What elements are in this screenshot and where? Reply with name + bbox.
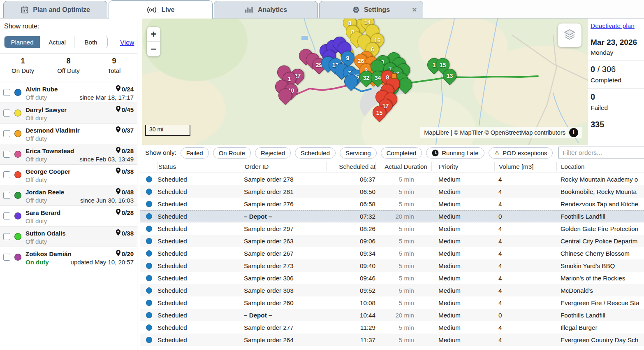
table-row[interactable]: Scheduled– Depot –07:3220 minMedium0Foot… [140, 210, 644, 222]
route-toggle-actual[interactable]: Actual [40, 36, 74, 48]
filter-chip-pod-exceptions[interactable]: ⚠POD exceptions [489, 147, 553, 159]
table-row[interactable]: ScheduledSample order 26309:065 minMediu… [140, 235, 644, 247]
driver-checkbox[interactable] [3, 192, 10, 199]
row-status-dot-cell [140, 213, 158, 219]
map[interactable]: 8148166322927110139325262371932345911513… [142, 19, 588, 145]
driver-progress-value: 0/38 [122, 168, 134, 175]
zoom-out-button[interactable]: − [147, 42, 160, 56]
driver-progress: 0/28 [116, 147, 134, 154]
info-icon[interactable]: i [569, 128, 578, 137]
table-row[interactable]: ScheduledSample order 27309:405 minMediu… [140, 259, 644, 272]
driver-row[interactable]: Sutton Odalis0/38Off duty [0, 226, 137, 247]
cell-actual-duration: 5 min [375, 324, 431, 331]
row-status-dot-cell [140, 201, 158, 207]
status-dot [146, 287, 152, 294]
tab-live[interactable]: Live [109, 0, 213, 19]
cell-order-id: Sample order 278 [244, 176, 326, 183]
cell-volume: 4 [494, 188, 556, 195]
table-row[interactable]: Scheduled– Depot –10:4420 minMedium0Foot… [140, 309, 644, 321]
column-volume[interactable]: Volume [m3] [494, 162, 556, 171]
cell-volume: 4 [494, 176, 556, 183]
driver-name: Darryl Sawyer [25, 106, 67, 113]
cell-actual-duration: 5 min [375, 250, 431, 257]
driver-row[interactable]: Desmond Vladimir0/37Off duty [0, 123, 137, 144]
tab-analytics[interactable]: Analytics [214, 1, 318, 18]
duty-stats: 1On Duty8Off Duty9Total [0, 53, 137, 82]
cell-actual-duration: 5 min [375, 188, 431, 195]
table-row[interactable]: ScheduledSample order 27711:295 minMediu… [140, 321, 644, 334]
table-row[interactable]: ScheduledSample order 30309:525 minMediu… [140, 284, 644, 296]
map-pin-label: 9 [341, 51, 354, 64]
filter-chip-on-route[interactable]: On Route [213, 147, 251, 159]
route-toggle-both[interactable]: Both [74, 36, 107, 48]
table-row[interactable]: ScheduledSample order 27606:585 minMediu… [140, 198, 644, 210]
driver-row[interactable]: Jordan Reele0/48Off dutysince Jun 30, 16… [0, 185, 137, 205]
tab-plan-and-optimize[interactable]: Plan and Optimize [3, 1, 107, 18]
close-tab-icon[interactable]: ✕ [412, 6, 417, 14]
column-status[interactable]: Status [158, 162, 244, 171]
cell-status: Scheduled [158, 324, 244, 331]
cell-scheduled-at: 09:40 [326, 262, 375, 269]
driver-status: On duty [25, 259, 49, 266]
driver-checkbox[interactable] [3, 89, 10, 96]
driver-row[interactable]: Zotikos Damián0/20On dutyupdated May 10,… [0, 247, 137, 267]
table-row[interactable]: ScheduledSample order 26709:345 minMediu… [140, 247, 644, 259]
cell-volume: 4 [494, 299, 556, 306]
filter-chip-scheduled[interactable]: Scheduled [295, 147, 336, 159]
row-status-dot-cell [140, 263, 158, 269]
tab-label: Analytics [258, 6, 287, 14]
route-toggle-planned[interactable]: Planned [5, 36, 40, 48]
completed-value: 0 [591, 65, 595, 74]
depot-square-marker[interactable] [391, 73, 397, 79]
map-layers-button[interactable] [558, 23, 581, 47]
column-order-id[interactable]: Order ID [244, 162, 326, 171]
filter-chip-failed[interactable]: Failed [181, 147, 209, 159]
driver-checkbox[interactable] [3, 254, 10, 261]
status-dot [146, 189, 152, 195]
cell-status: Scheduled [158, 336, 244, 343]
driver-name: Alvin Rube [25, 86, 58, 93]
column-actual-duration[interactable]: Actual Duration [375, 162, 431, 171]
table-row[interactable]: ScheduledSample order 29708:265 minMediu… [140, 222, 644, 235]
driver-color-dot [14, 171, 21, 178]
driver-row[interactable]: Alvin Rube0/24Off dutysince Mar 18, 17:1… [0, 82, 137, 103]
cell-status: Scheduled [158, 213, 244, 220]
tab-settings[interactable]: ⚙Settings✕ [319, 1, 423, 18]
table-row[interactable]: ScheduledSample order 30609:465 minMediu… [140, 272, 644, 284]
driver-color-dot [14, 212, 21, 219]
driver-row[interactable]: Darryl Sawyer0/45Off duty [0, 103, 137, 123]
filter-chip-completed[interactable]: Completed [381, 147, 422, 159]
clock-icon [432, 149, 439, 156]
table-row[interactable]: ScheduledSample order 26010:085 minMediu… [140, 296, 644, 309]
column-location[interactable]: Location [556, 162, 644, 171]
column-priority[interactable]: Priority [431, 162, 494, 171]
driver-checkbox[interactable] [3, 110, 10, 117]
cell-priority: Medium [431, 324, 494, 331]
table-row[interactable]: ScheduledSample order 27806:375 minMediu… [140, 173, 644, 185]
cell-priority: Medium [431, 213, 494, 220]
table-row[interactable]: ScheduledSample order 26411:375 minMediu… [140, 334, 644, 346]
driver-row[interactable]: Erica Townstead0/28Off dutysince Feb 03,… [0, 144, 137, 164]
filter-orders-input[interactable] [558, 147, 644, 159]
driver-checkbox[interactable] [3, 171, 10, 178]
driver-checkbox[interactable] [3, 233, 10, 240]
orders-filter-row: Show only: FailedOn RouteRejectedSchedul… [140, 145, 644, 161]
cell-scheduled-at: 11:29 [326, 324, 375, 331]
driver-checkbox[interactable] [3, 212, 10, 219]
driver-checkbox[interactable] [3, 151, 10, 158]
completed-label: Completed [591, 77, 644, 84]
route-line [394, 76, 538, 86]
driver-checkbox[interactable] [3, 130, 10, 137]
column-scheduled-at[interactable]: Scheduled at [326, 162, 375, 171]
filter-chip-rejected[interactable]: Rejected [255, 147, 291, 159]
driver-row[interactable]: Sara Berard0/28Off duty [0, 205, 137, 226]
cell-status: Scheduled [158, 176, 244, 183]
table-row[interactable]: ScheduledSample order 28106:505 minMediu… [140, 185, 644, 198]
filter-chip-servicing[interactable]: Servicing [340, 147, 377, 159]
zoom-in-button[interactable]: + [147, 27, 160, 42]
driver-row[interactable]: George Cooper0/38Off duty [0, 164, 137, 185]
map-zoom-controls: + − [147, 27, 160, 56]
view-link[interactable]: View [120, 39, 134, 47]
filter-chip-running-late[interactable]: Running Late [426, 147, 484, 159]
deactivate-plan-link[interactable]: Deactivate plan [591, 22, 635, 29]
